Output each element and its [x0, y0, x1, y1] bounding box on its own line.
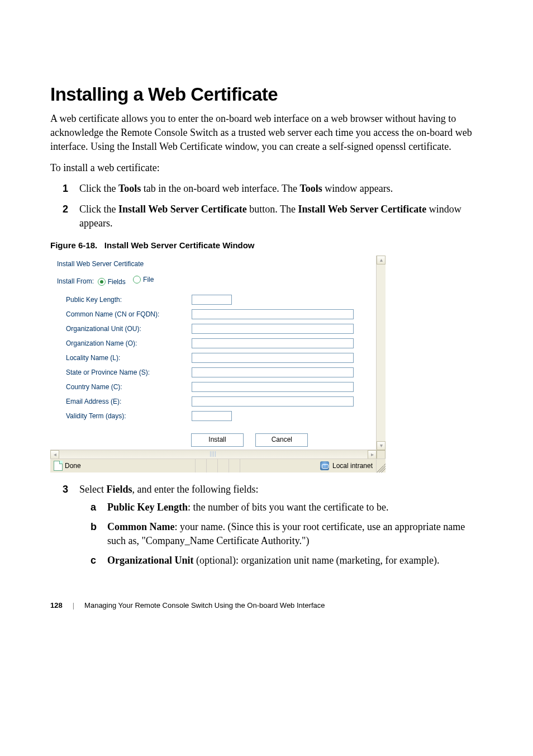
- input-public-key-length[interactable]: [192, 295, 232, 305]
- label-common-name: Common Name (CN or FQDN):: [66, 310, 192, 318]
- substep-b: Common Name: your name. (Since this is y…: [107, 520, 483, 548]
- cancel-button[interactable]: Cancel: [255, 433, 308, 447]
- scroll-down-icon[interactable]: ▾: [377, 441, 386, 450]
- substep-c-bold: Organizational Unit: [107, 555, 194, 566]
- input-locality-name[interactable]: [192, 353, 354, 363]
- install-lead: To install a web certificate:: [50, 161, 483, 175]
- footer-title: Managing Your Remote Console Switch Usin…: [84, 601, 325, 609]
- label-locality-name: Locality Name (L):: [66, 354, 192, 362]
- cert-window-title: Install Web Server Certificate: [57, 260, 379, 268]
- resize-grip-icon[interactable]: [377, 459, 386, 472]
- page-number: 128: [50, 601, 63, 609]
- label-public-key-length: Public Key Length:: [66, 296, 192, 304]
- step-1-mid: tab in the on-board web interface. The: [141, 183, 299, 194]
- input-organization-name[interactable]: [192, 338, 354, 348]
- figure-caption-title: Install Web Server Certificate Window: [104, 240, 255, 250]
- page-heading: Installing a Web Certificate: [50, 84, 483, 105]
- step-1-bold1: Tools: [118, 183, 141, 194]
- step-2-mid: button. The: [247, 204, 298, 215]
- zone-icon: [320, 461, 329, 470]
- label-country-name: Country Name (C):: [66, 383, 192, 391]
- step-2: Click the Install Web Server Certificate…: [79, 202, 483, 230]
- scroll-right-icon[interactable]: ▸: [368, 450, 377, 459]
- install-from-label: Install From:: [57, 277, 94, 285]
- substep-c: Organizational Unit (optional): organiza…: [107, 554, 440, 568]
- page-footer: 128 | Managing Your Remote Console Switc…: [50, 601, 483, 609]
- step-1-post: window appears.: [322, 183, 393, 194]
- step-marker-1: 1: [63, 182, 79, 196]
- step-marker-2: 2: [63, 202, 79, 230]
- label-email-address: Email Address (E):: [66, 398, 192, 405]
- certificate-window: Install Web Server Certificate Install F…: [50, 256, 386, 472]
- figure-caption-num: Figure 6-18.: [50, 240, 97, 250]
- install-button[interactable]: Install: [191, 433, 244, 447]
- step-2-bold1: Install Web Server Certificate: [118, 204, 247, 215]
- substep-marker-c: c: [91, 554, 107, 568]
- install-from-file-option[interactable]: File: [133, 276, 154, 284]
- intro-paragraph: A web certificate allows you to enter th…: [50, 112, 483, 154]
- scroll-grip-icon: [210, 451, 217, 457]
- substep-b-bold: Common Name: [107, 521, 174, 532]
- status-zone: Local intranet: [332, 462, 373, 470]
- scroll-corner: [377, 450, 386, 459]
- step-marker-3: 3: [63, 483, 79, 573]
- step-1-bold2: Tools: [299, 183, 322, 194]
- step-1: Click the Tools tab in the on-board web …: [79, 182, 393, 196]
- footer-separator: |: [73, 601, 74, 609]
- radio-icon: [133, 276, 141, 284]
- step-2-bold2: Install Web Server Certificate: [298, 204, 426, 215]
- step-3-pre: Select: [79, 484, 106, 495]
- step-3-bold: Fields: [106, 484, 132, 495]
- status-bar: Done Local intranet: [50, 459, 386, 472]
- input-organizational-unit[interactable]: [192, 324, 354, 334]
- install-from-fields-label: Fields: [108, 278, 126, 286]
- scroll-track[interactable]: [59, 450, 368, 459]
- label-state-province: State or Province Name (S):: [66, 368, 192, 376]
- substep-a-post: : the number of bits you want the certif…: [188, 502, 388, 513]
- input-common-name[interactable]: [192, 309, 354, 319]
- status-done: Done: [65, 462, 81, 470]
- horizontal-scrollbar[interactable]: ◂ ▸: [50, 450, 377, 459]
- scroll-left-icon[interactable]: ◂: [50, 450, 59, 459]
- vertical-scrollbar[interactable]: ▴ ▾: [376, 256, 386, 450]
- label-organization-name: Organization Name (O):: [66, 339, 192, 347]
- label-validity-term: Validity Term (days):: [66, 412, 192, 420]
- figure-caption: Figure 6-18. Install Web Server Certific…: [50, 240, 483, 250]
- step-3-post: , and enter the following fields:: [132, 484, 259, 495]
- radio-icon: [98, 278, 106, 286]
- input-email-address[interactable]: [192, 396, 354, 407]
- scroll-up-icon[interactable]: ▴: [377, 256, 386, 264]
- substep-c-post: (optional): organization unit name (mark…: [194, 555, 440, 566]
- install-from-file-label: File: [143, 276, 154, 284]
- substep-marker-b: b: [91, 520, 107, 548]
- input-country-name[interactable]: [192, 382, 354, 392]
- input-state-province[interactable]: [192, 367, 354, 377]
- step-3: Select Fields, and enter the following f…: [79, 483, 483, 573]
- input-validity-term[interactable]: [192, 411, 232, 421]
- substep-a-bold: Public Key Length: [107, 502, 188, 513]
- page-icon: [54, 461, 63, 471]
- step-2-pre: Click the: [79, 204, 118, 215]
- label-organizational-unit: Organizational Unit (OU):: [66, 325, 192, 333]
- step-1-pre: Click the: [79, 183, 118, 194]
- substep-marker-a: a: [91, 500, 107, 514]
- substep-a: Public Key Length: the number of bits yo…: [107, 500, 388, 514]
- install-from-fields-option[interactable]: Fields: [98, 278, 126, 286]
